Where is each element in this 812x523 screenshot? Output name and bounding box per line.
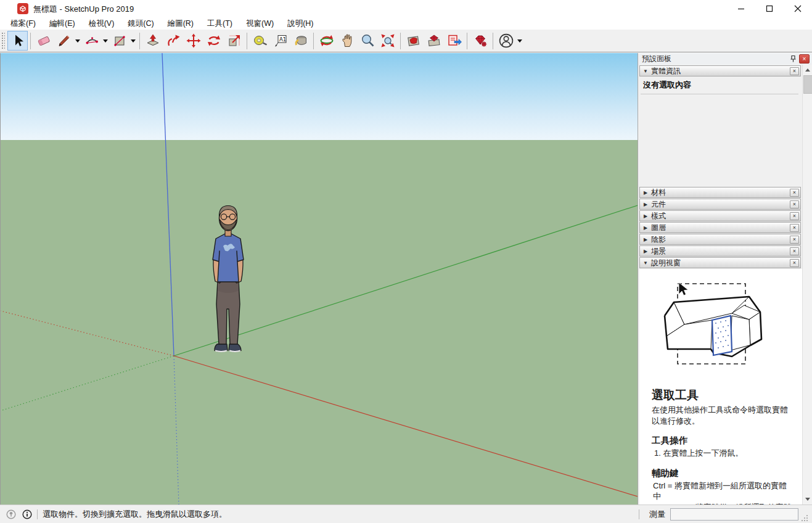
toolbar-separator bbox=[493, 33, 493, 49]
orbit-icon bbox=[319, 33, 334, 48]
eraser-tool-button[interactable] bbox=[33, 31, 54, 51]
section-materials[interactable]: ▶ 材料 × bbox=[639, 187, 801, 198]
pan-tool-button[interactable] bbox=[337, 31, 357, 51]
section-close-button[interactable]: × bbox=[790, 200, 799, 208]
close-icon bbox=[794, 5, 802, 12]
resize-grip[interactable] bbox=[801, 514, 808, 522]
section-styles[interactable]: ▶ 樣式 × bbox=[639, 210, 801, 221]
instructor-key-line: Ctrl = 將實體新增到一組所選取的實體中 bbox=[653, 480, 795, 502]
menu-draw[interactable]: 繪圖(R) bbox=[161, 17, 200, 30]
menu-window[interactable]: 視窗(W) bbox=[239, 17, 281, 30]
instructor-intro: 在使用其他操作工具或命令時選取實體以進行修改。 bbox=[652, 405, 795, 426]
menu-edit[interactable]: 編輯(E) bbox=[43, 17, 82, 30]
viewport-scene bbox=[1, 53, 638, 504]
section-close-button[interactable]: × bbox=[790, 259, 799, 267]
zoom-icon bbox=[360, 33, 375, 48]
panel-scrollbar[interactable] bbox=[802, 65, 812, 504]
section-shadows[interactable]: ▶ 陰影 × bbox=[639, 234, 801, 245]
section-layers[interactable]: ▶ 圖層 × bbox=[639, 222, 801, 233]
line-tool-dropdown[interactable] bbox=[74, 31, 81, 51]
push-pull-icon bbox=[146, 33, 160, 48]
paint-bucket-tool-button[interactable] bbox=[290, 31, 311, 51]
minimize-button[interactable] bbox=[727, 0, 755, 17]
tape-measure-tool-button[interactable] bbox=[250, 31, 270, 51]
line-tool-button[interactable] bbox=[54, 31, 74, 51]
send-to-layout-icon bbox=[447, 33, 462, 48]
arc-tool-button[interactable] bbox=[81, 31, 102, 51]
zoom-tool-button[interactable] bbox=[357, 31, 377, 51]
section-close-button[interactable]: × bbox=[790, 224, 799, 232]
scroll-down-arrow[interactable] bbox=[803, 495, 812, 504]
close-button[interactable] bbox=[784, 0, 812, 17]
rectangle-tool-button[interactable] bbox=[109, 31, 129, 51]
orbit-tool-button[interactable] bbox=[316, 31, 337, 51]
chevron-down-icon: ▼ bbox=[640, 260, 651, 266]
zoom-extents-icon bbox=[380, 33, 395, 48]
section-label: 說明視窗 bbox=[651, 258, 790, 268]
follow-me-tool-button[interactable] bbox=[163, 31, 183, 51]
scale-tool-button[interactable] bbox=[224, 31, 244, 51]
share-model-button[interactable] bbox=[424, 31, 444, 51]
pin-icon[interactable] bbox=[789, 55, 797, 63]
credits-info-icon[interactable] bbox=[22, 509, 32, 519]
section-instructor[interactable]: ▼ 說明視窗 × bbox=[639, 257, 801, 268]
status-separator bbox=[37, 509, 38, 519]
send-to-layout-button[interactable] bbox=[444, 31, 464, 51]
text-label-icon: A1 bbox=[273, 33, 288, 48]
rectangle-icon bbox=[112, 33, 127, 48]
extension-manager-ruby-icon bbox=[473, 33, 488, 48]
extension-manager-button[interactable] bbox=[470, 31, 490, 51]
zoom-extents-tool-button[interactable] bbox=[377, 31, 398, 51]
model-viewport[interactable] bbox=[0, 53, 638, 504]
window-title: 無標題 - SketchUp Pro 2019 bbox=[33, 4, 134, 15]
account-icon bbox=[498, 33, 514, 49]
menu-file[interactable]: 檔案(F) bbox=[4, 17, 43, 30]
section-components[interactable]: ▶ 元件 × bbox=[639, 199, 801, 210]
paint-bucket-icon bbox=[293, 33, 308, 48]
toolbar-drag-handle[interactable] bbox=[1, 32, 5, 49]
push-pull-tool-button[interactable] bbox=[142, 31, 163, 51]
move-icon bbox=[186, 33, 201, 48]
toolbar-separator bbox=[467, 33, 467, 49]
account-dropdown[interactable] bbox=[516, 31, 523, 51]
scale-icon bbox=[227, 33, 242, 48]
section-close-button[interactable]: × bbox=[790, 212, 799, 220]
follow-me-icon bbox=[166, 33, 181, 48]
tape-measure-icon bbox=[253, 33, 268, 48]
chevron-right-icon: ▶ bbox=[640, 237, 651, 242]
tray-title: 預設面板 bbox=[638, 53, 812, 65]
toolbar-separator bbox=[313, 33, 314, 49]
section-close-button[interactable]: × bbox=[790, 236, 799, 244]
menu-help[interactable]: 說明(H) bbox=[281, 17, 320, 30]
account-button[interactable] bbox=[496, 31, 516, 51]
scroll-up-arrow[interactable] bbox=[803, 65, 812, 75]
section-label: 場景 bbox=[651, 246, 790, 257]
menu-camera[interactable]: 鏡頭(C) bbox=[121, 17, 160, 30]
chevron-right-icon: ▶ bbox=[640, 213, 651, 219]
geolocation-icon[interactable] bbox=[6, 509, 16, 519]
3d-warehouse-button[interactable] bbox=[403, 31, 424, 51]
scroll-thumb[interactable] bbox=[803, 75, 812, 94]
arc-tool-dropdown[interactable] bbox=[102, 31, 109, 51]
section-close-button[interactable]: × bbox=[790, 67, 799, 75]
measurements-input[interactable] bbox=[670, 508, 798, 521]
menu-tools[interactable]: 工具(T) bbox=[200, 17, 239, 30]
text-tool-button[interactable]: A1 bbox=[270, 31, 290, 51]
chevron-right-icon: ▶ bbox=[640, 249, 651, 254]
maximize-button[interactable] bbox=[755, 0, 784, 17]
move-tool-button[interactable] bbox=[183, 31, 203, 51]
default-tray-panel: 預設面板 × ▼ 實體資訊 × 沒有選取內容 ▶ 材料 × ▶ 元件 × ▶ 樣… bbox=[638, 53, 812, 504]
section-label: 樣式 bbox=[651, 211, 790, 221]
ground-plane bbox=[1, 140, 638, 504]
rectangle-tool-dropdown[interactable] bbox=[129, 31, 137, 51]
section-close-button[interactable]: × bbox=[790, 247, 799, 255]
section-scenes[interactable]: ▶ 場景 × bbox=[639, 245, 801, 257]
instructor-illustration bbox=[650, 276, 791, 374]
svg-text:A1: A1 bbox=[279, 36, 286, 43]
rotate-tool-button[interactable] bbox=[203, 31, 224, 51]
section-close-button[interactable]: × bbox=[790, 189, 799, 197]
select-tool-button[interactable] bbox=[7, 31, 28, 51]
tray-close-button[interactable]: × bbox=[799, 54, 810, 64]
menu-view[interactable]: 檢視(V) bbox=[82, 17, 121, 30]
section-entity-info[interactable]: ▼ 實體資訊 × bbox=[639, 65, 801, 76]
